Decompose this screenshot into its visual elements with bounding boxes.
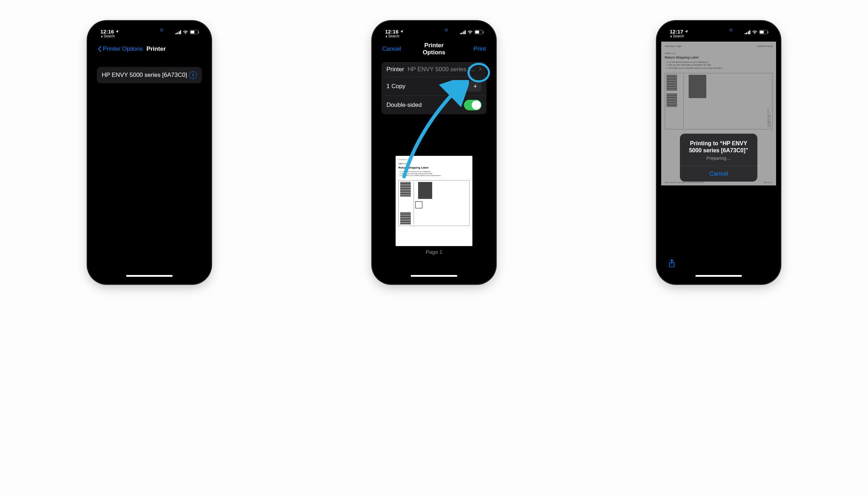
alert-title: Printing to “HP ENVY 5000 series [6A73C0…: [685, 140, 752, 154]
phone-1: 12:16 Search Printer Options: [88, 21, 211, 284]
battery-icon: [190, 30, 198, 34]
phone-3: 12:17 Search Done Order Refund - Apple: [657, 21, 780, 284]
preview-doc-title: Return Shipping Label: [398, 166, 470, 169]
stepper-plus-button[interactable]: +: [469, 81, 482, 92]
info-icon[interactable]: i: [189, 71, 197, 79]
shipping-label-graphic: [398, 180, 470, 226]
breadcrumb-back[interactable]: Search: [100, 35, 119, 38]
preview-step: Visit FedEx.com to schedule a pickup or …: [401, 175, 470, 177]
alert-subtitle: Preparing…: [685, 155, 752, 161]
print-settings-group: Printer HP ENVY 5000 series [6A73C0] 1 C…: [382, 62, 486, 114]
notch: [123, 25, 176, 35]
wifi-icon: [183, 30, 188, 34]
status-time: 12:16: [100, 29, 114, 35]
breadcrumb-back[interactable]: Search: [385, 35, 404, 38]
copies-row: 1 Copy − +: [382, 77, 486, 96]
status-time: 12:16: [385, 29, 398, 35]
printing-alert: Printing to “HP ENVY 5000 series [6A73C0…: [680, 134, 757, 182]
nav-bar: Cancel Printer Options Print: [377, 41, 491, 57]
breadcrumb-back[interactable]: Search: [670, 35, 688, 38]
notch: [408, 25, 460, 35]
print-button[interactable]: Print: [454, 45, 486, 53]
toolbar: [661, 256, 776, 272]
double-sided-row: Double-sided: [382, 96, 486, 114]
cancel-button[interactable]: Cancel: [382, 45, 414, 53]
signal-icon: [745, 30, 751, 34]
wifi-icon: [467, 30, 473, 34]
printer-row[interactable]: Printer HP ENVY 5000 series [6A73C0]: [382, 62, 486, 77]
battery-icon: [475, 30, 483, 34]
nav-title: Printer Options: [414, 42, 454, 56]
location-icon: [115, 29, 119, 35]
battery-icon: [759, 30, 768, 34]
copies-stepper[interactable]: − +: [456, 81, 482, 92]
chevron-left-icon: [98, 46, 101, 52]
copies-label: 1 Copy: [386, 83, 405, 90]
nav-title: Printer: [143, 45, 169, 53]
status-time: 12:17: [670, 29, 683, 35]
notch: [692, 25, 745, 35]
home-indicator[interactable]: [695, 275, 742, 277]
printer-row-label: Printer: [386, 66, 404, 73]
signal-icon: [175, 30, 181, 34]
printer-cell[interactable]: HP ENVY 5000 series [6A73C0] i: [97, 67, 202, 83]
nav-back-button[interactable]: Printer Options: [98, 45, 143, 53]
screen-3: 12:17 Search Done Order Refund - Apple: [661, 25, 776, 280]
nav-bar: Printer Options Printer: [92, 41, 207, 57]
alert-cancel-button[interactable]: Cancel: [680, 166, 757, 182]
nav-back-label: Printer Options: [103, 45, 143, 53]
screen-2: 12:16 Search Cancel Printer Options Prin: [377, 25, 491, 280]
printer-name: HP ENVY 5000 series [6A73C0]: [102, 72, 187, 79]
location-icon: [400, 29, 404, 35]
double-sided-label: Double-sided: [386, 102, 422, 109]
print-preview[interactable]: Order Refund - Apple Label 1 of 1 Return…: [396, 156, 472, 255]
stepper-minus-button[interactable]: −: [456, 81, 469, 92]
screen-1: 12:16 Search Printer Options: [92, 25, 207, 280]
share-icon[interactable]: [668, 259, 675, 269]
home-indicator[interactable]: [126, 275, 173, 277]
signal-icon: [460, 30, 466, 34]
double-sided-toggle[interactable]: [464, 100, 482, 110]
phone-2: 12:16 Search Cancel Printer Options Prin: [372, 21, 496, 284]
wifi-icon: [752, 30, 757, 34]
chevron-right-icon: [479, 66, 482, 73]
location-icon: [684, 29, 688, 35]
home-indicator[interactable]: [411, 275, 457, 277]
printer-row-value: HP ENVY 5000 series [6A73C0]: [408, 66, 477, 73]
preview-page-label: Page 1: [396, 249, 472, 255]
